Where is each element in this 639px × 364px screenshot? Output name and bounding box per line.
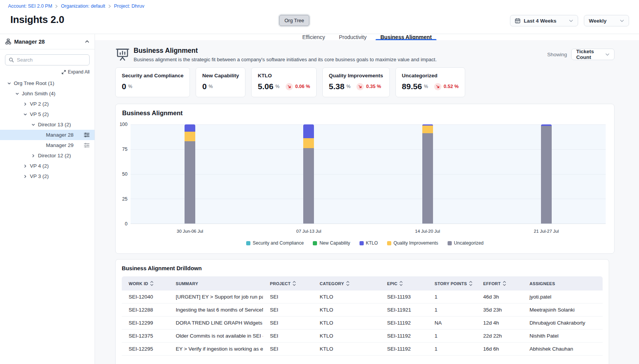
bar-segment [422, 133, 433, 224]
tab[interactable]: Business Alignment [379, 34, 432, 40]
kpi-delta-value: 0.06 % [295, 84, 310, 89]
kpi-value: 0 [202, 82, 207, 91]
legend-item[interactable]: New Capability [313, 240, 350, 246]
cell-summary: DORA TREND LINE GRAPH Widgets is n... [169, 320, 263, 326]
stacked-bar[interactable] [422, 124, 433, 224]
table-column-header[interactable]: STORY POINTS [428, 281, 476, 286]
tree-item[interactable]: VP 4 (2) [0, 161, 95, 171]
table-header-row: WORK ID SUMMARY PROJECT [122, 276, 603, 291]
tree-item[interactable]: Manager 28 [0, 130, 95, 140]
x-tick-label: 30 Jun-06 Jul [131, 229, 249, 233]
expand-all-button[interactable]: Expand All [5, 69, 90, 75]
x-tick-label: 14 Jul-20 Jul [368, 229, 487, 233]
stacked-bar[interactable] [541, 124, 552, 224]
table-column-header[interactable]: WORK ID [122, 281, 169, 286]
tree-item[interactable]: Director 12 (2) [0, 150, 95, 161]
chevron-right-icon[interactable] [23, 102, 27, 106]
tree-item[interactable]: Director 13 (2) [0, 119, 95, 130]
cell-summary: [URGENT] EY > Support for job run par... [169, 294, 263, 300]
cell-epic: SEI-11921 [380, 307, 428, 313]
metric-value: Tickets Count [576, 49, 602, 60]
org-tree-button[interactable]: Org Tree [279, 15, 309, 26]
cell-effort: 46d 3h [476, 294, 523, 300]
tab[interactable]: Efficiency [301, 34, 326, 40]
sort-icon[interactable] [399, 281, 403, 286]
legend-swatch [360, 241, 364, 245]
table-column-header[interactable]: SUMMARY [169, 281, 263, 286]
kpi-card: KTLO 5.06 % 0.06 % [251, 67, 316, 97]
cell-summary: EY > Verify if ingestion is working as e… [169, 346, 263, 352]
chevron-down-icon[interactable] [23, 113, 27, 116]
sort-icon[interactable] [150, 281, 154, 286]
tab-bar: Efficiency Productivity Business Alignme… [95, 34, 639, 40]
column-label: SUMMARY [176, 281, 198, 286]
table-row[interactable]: SEI-12040 [URGENT] EY > Support for job … [122, 291, 603, 304]
org-hierarchy-icon [5, 39, 11, 44]
filter-sliders-icon[interactable] [84, 143, 90, 148]
content-area: Business Alignment Business alignment is… [95, 40, 639, 364]
sidebar-header: Manager 28 [0, 34, 95, 49]
table-column-header[interactable]: ASSIGNEES [523, 281, 603, 286]
table-column-header[interactable]: EPIC [380, 281, 428, 286]
tab-label: Business Alignment [380, 34, 431, 40]
tree-item[interactable]: VP 3 (2) [0, 171, 95, 181]
chevron-down-icon[interactable] [31, 123, 35, 127]
tree-item[interactable]: Org Tree Root (1) [0, 78, 95, 88]
chevron-down-icon[interactable] [15, 92, 19, 96]
table-row[interactable]: SEI-12375 Older Commits is not available… [122, 330, 603, 343]
tree-item-label: Org Tree Root (1) [14, 80, 54, 86]
breadcrumb-link[interactable]: Organization: default [61, 3, 105, 9]
kpi-unit: % [128, 84, 132, 89]
sort-icon[interactable] [469, 281, 472, 286]
tree-item[interactable]: VP 5 (2) [0, 109, 95, 119]
tree-item[interactable]: John Smith (4) [0, 88, 95, 99]
sort-icon[interactable] [293, 281, 296, 286]
legend-swatch [313, 241, 317, 245]
sidebar-title: Manager 28 [14, 39, 45, 45]
filter-sliders-icon[interactable] [84, 132, 90, 137]
y-tick-label: 100 [119, 122, 127, 127]
chevron-right-icon[interactable] [23, 175, 27, 178]
legend-label: Quality Improvements [394, 240, 438, 246]
calendar-icon [515, 18, 520, 23]
kpi-value: 5.38 [329, 82, 345, 91]
tree-item-label: VP 4 (2) [30, 163, 49, 169]
legend-item[interactable]: Quality Improvements [387, 240, 438, 246]
section-description: Business alignment is the strategic fit … [134, 57, 437, 62]
breadcrumb-link[interactable]: Account: SEI 2.0 PM [8, 3, 52, 9]
legend-item[interactable]: KTLO [360, 240, 378, 246]
kpi-delta-badge: 0.35 % [356, 83, 381, 90]
tree-item[interactable]: Manager 29 [0, 140, 95, 150]
interval-select[interactable]: Weekly [584, 15, 629, 26]
tab[interactable]: Productivity [338, 34, 367, 40]
table-row[interactable]: SEI-12299 DORA TREND LINE GRAPH Widgets … [122, 317, 603, 330]
date-range-select[interactable]: Last 4 Weeks [510, 15, 578, 26]
tree-item[interactable]: VP 2 (2) [0, 99, 95, 109]
table-column-header[interactable]: CATEGORY [313, 281, 380, 286]
cell-story-points: 1 [428, 307, 476, 313]
sort-icon[interactable] [503, 281, 506, 286]
cell-effort: 16d 6h [476, 346, 523, 352]
search-input[interactable] [17, 57, 86, 63]
stacked-bar[interactable] [185, 124, 195, 224]
table-row[interactable]: SEI-12295 EY > Verify if ingestion is wo… [122, 343, 603, 356]
table-row[interactable]: SEI-12288 Ingesting the last 6 months of… [122, 304, 603, 317]
sort-icon[interactable] [346, 281, 350, 286]
tree-item-label: VP 5 (2) [30, 111, 49, 117]
tab-label: Productivity [339, 34, 366, 40]
metric-select[interactable]: Tickets Count [571, 49, 614, 60]
chevron-right-icon[interactable] [23, 164, 27, 168]
kpi-card: Uncategorized 89.56 % 0.52 % [395, 67, 465, 97]
legend-item[interactable]: Uncategorized [448, 240, 484, 246]
legend-item[interactable]: Security and Compliance [246, 240, 304, 246]
cell-assignees: jyoti.patel [523, 294, 603, 300]
kpi-title: Uncategorized [402, 73, 459, 78]
table-column-header[interactable]: PROJECT [263, 281, 313, 286]
table-column-header[interactable]: EFFORT [476, 281, 523, 286]
arrow-down-right-icon [286, 83, 293, 90]
breadcrumb-link[interactable]: Project: Dhruv [114, 3, 144, 9]
chevron-down-icon[interactable] [7, 82, 11, 85]
chevron-right-icon[interactable] [31, 154, 35, 158]
collapse-sidebar-chevron-up-icon[interactable] [85, 40, 89, 43]
stacked-bar[interactable] [303, 124, 314, 224]
